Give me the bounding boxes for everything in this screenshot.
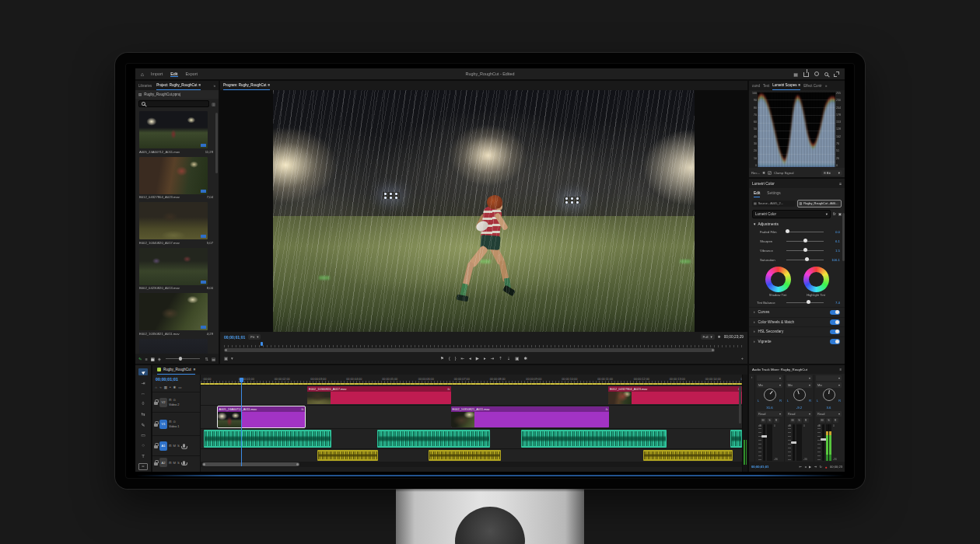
- mic-icon[interactable]: [183, 444, 185, 448]
- solo-button[interactable]: S: [826, 418, 831, 423]
- track-badge[interactable]: V2: [159, 398, 167, 407]
- tab-edit[interactable]: Edit: [754, 189, 760, 197]
- sort-button[interactable]: ⇅: [205, 357, 208, 361]
- track-badge[interactable]: A1: [159, 441, 167, 451]
- solo-button[interactable]: S: [177, 461, 180, 465]
- section-color-wheels[interactable]: › Color Wheels & Match: [749, 317, 845, 327]
- sync-lock-icon[interactable]: ⊟: [169, 420, 172, 424]
- zoom-level-select[interactable]: Fit ▾: [248, 334, 261, 340]
- more-panels-icon[interactable]: »: [213, 84, 215, 88]
- shadow-tint-wheel[interactable]: Shadow Tint: [765, 267, 791, 297]
- mute-button[interactable]: M: [761, 418, 766, 423]
- playback-resolution-select[interactable]: Full ▾: [701, 334, 715, 340]
- settings-wrench-icon[interactable]: ✱: [762, 171, 765, 175]
- pan-knob[interactable]: [793, 389, 806, 401]
- pen-tool[interactable]: ✎: [138, 421, 148, 428]
- export-frame-button[interactable]: ▣: [515, 356, 519, 361]
- mixer-go-to-out-button[interactable]: ⇥: [814, 465, 817, 469]
- tab-lumetri-scopes[interactable]: Lumetri Scopes ≡: [772, 82, 800, 90]
- mark-out-button[interactable]: }: [455, 356, 457, 361]
- step-forward-button[interactable]: ▸: [484, 356, 486, 361]
- slider-knob[interactable]: [786, 229, 789, 233]
- snap-magnet-icon[interactable]: ∩: [155, 385, 157, 389]
- track-header-v1[interactable]: V1 ⊟⊙ Video 1: [152, 412, 200, 435]
- playhead-handle[interactable]: [240, 378, 243, 382]
- panel-menu-icon[interactable]: ≡: [199, 83, 201, 87]
- audio1-clip-3[interactable]: [521, 430, 667, 448]
- slider-value[interactable]: 6.1: [827, 239, 840, 243]
- mixer-timecode[interactable]: 00;00;01;01: [751, 465, 768, 469]
- progress-circle-icon[interactable]: [814, 71, 819, 76]
- tab-text[interactable]: Text: [763, 84, 769, 88]
- lock-icon[interactable]: [154, 424, 158, 427]
- menu-edit[interactable]: Edit: [170, 71, 177, 77]
- project-scrollbar[interactable]: [215, 113, 218, 173]
- slip-tool[interactable]: ⇆: [138, 410, 148, 417]
- rectangle-tool[interactable]: ▭: [138, 431, 148, 438]
- project-writable-icon[interactable]: ✎: [138, 357, 142, 361]
- insert-select[interactable]: ▾: [786, 375, 812, 381]
- tab-sequence[interactable]: Rugby_RoughCut ≡: [157, 366, 195, 375]
- track-badge[interactable]: V1: [159, 420, 167, 429]
- track-header-a2[interactable]: A2 ⊟ M S: [152, 455, 200, 469]
- slider-knob[interactable]: [803, 239, 807, 242]
- settings-wrench-icon[interactable]: ✱: [718, 335, 721, 339]
- clip-thumbnail[interactable]: [139, 111, 208, 148]
- bit-depth-select[interactable]: 8 Bit ▾: [821, 170, 842, 176]
- automation-mode-select[interactable]: Read ▾: [816, 411, 842, 417]
- tab-effect-controls[interactable]: Effect Contr: [803, 84, 822, 88]
- razor-tool[interactable]: ◊: [138, 400, 148, 407]
- source-clip-button[interactable]: ▤ Source - A005_2...: [752, 201, 796, 207]
- project-file-row[interactable]: ▤ Rugby_RoughCut.pproj: [135, 90, 219, 99]
- volume-fader[interactable]: [822, 424, 824, 461]
- program-settings-button[interactable]: ✱: [523, 356, 527, 361]
- panel-menu-icon[interactable]: ≡: [799, 83, 801, 87]
- chevron-right-icon[interactable]: ›: [754, 310, 755, 314]
- output-select[interactable]: Mix ▾: [816, 382, 842, 388]
- solo-button[interactable]: S: [796, 418, 802, 423]
- panel-menu-icon[interactable]: ≡: [839, 368, 842, 371]
- lift-button[interactable]: ⇡: [499, 356, 502, 361]
- slider-track[interactable]: [786, 250, 824, 251]
- track-badge[interactable]: A2: [159, 458, 167, 467]
- audio2-clip-3[interactable]: [643, 450, 733, 461]
- timeline-playhead[interactable]: [241, 378, 242, 466]
- clip-thumbnail[interactable]: [139, 157, 208, 194]
- clamp-signal-checkbox[interactable]: ✓: [768, 171, 772, 175]
- program-playhead[interactable]: [261, 342, 263, 346]
- pan-knob[interactable]: [823, 389, 835, 401]
- icon-view-button[interactable]: ▦: [151, 357, 155, 361]
- volume-fader[interactable]: [793, 424, 795, 461]
- menu-export[interactable]: Export: [186, 71, 198, 77]
- insert-select[interactable]: ▾: [816, 375, 842, 381]
- button-editor-plus[interactable]: +: [741, 356, 744, 361]
- chevron-right-icon[interactable]: ›: [754, 320, 755, 324]
- bin-clip-b002[interactable]: B002_04230820_A013.mov 8;00: [139, 248, 213, 291]
- fullscreen-icon[interactable]: [834, 71, 839, 77]
- extract-button[interactable]: ⇣: [507, 356, 511, 361]
- mute-button[interactable]: M: [820, 418, 825, 423]
- audio2-clip-2[interactable]: [429, 450, 501, 461]
- tab-settings[interactable]: Settings: [767, 191, 780, 195]
- timeline-wrench-icon[interactable]: ✱: [173, 385, 177, 389]
- remix-tool[interactable]: ≈: [138, 463, 148, 470]
- timeline-clip-b012[interactable]: B012_04327804_A023.movfx: [608, 386, 742, 404]
- effect-select[interactable]: Lumetri Color ▾: [752, 210, 831, 218]
- hand-tool[interactable]: ○: [138, 442, 148, 449]
- search-input[interactable]: [148, 102, 207, 106]
- ripple-edit-tool[interactable]: ↔: [138, 389, 148, 396]
- track-select-tool[interactable]: ⇥: [138, 379, 148, 386]
- sync-lock-icon[interactable]: ⊟: [169, 444, 172, 448]
- thumbnail-zoom-slider[interactable]: [166, 358, 200, 359]
- automation-mode-select[interactable]: Read ▾: [786, 411, 812, 417]
- section-hsl-secondary[interactable]: › HSL Secondary: [749, 326, 845, 337]
- slider-value[interactable]: 106.1: [827, 258, 840, 262]
- clip-thumbnail[interactable]: [139, 248, 208, 285]
- tab-program[interactable]: Program: Rugby_RoughCut ≡: [223, 82, 270, 90]
- mute-button[interactable]: M: [173, 444, 177, 448]
- tab-project[interactable]: Project: Rugby_RoughCut ≡: [156, 82, 201, 90]
- camera-icon[interactable]: ▣: [838, 212, 842, 216]
- record-arm-button[interactable]: R: [774, 418, 779, 423]
- slider-track[interactable]: [786, 232, 824, 232]
- panel-menu-icon[interactable]: ≡: [839, 182, 842, 186]
